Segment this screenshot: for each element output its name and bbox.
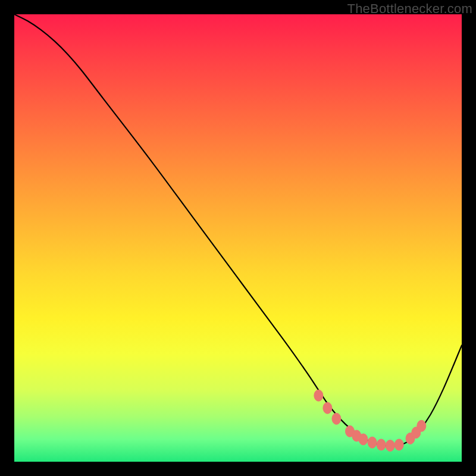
bottleneck-curve	[14, 14, 462, 446]
curve-marker	[359, 434, 368, 445]
curve-marker	[323, 402, 332, 414]
curve-markers	[314, 390, 426, 451]
curve-marker	[394, 439, 403, 450]
curve-marker	[386, 440, 394, 451]
curve-marker	[368, 437, 377, 448]
curve-marker	[377, 439, 386, 450]
chart-svg	[14, 14, 462, 462]
curve-marker	[332, 413, 341, 424]
curve-marker	[417, 420, 426, 431]
curve-marker	[314, 390, 323, 401]
